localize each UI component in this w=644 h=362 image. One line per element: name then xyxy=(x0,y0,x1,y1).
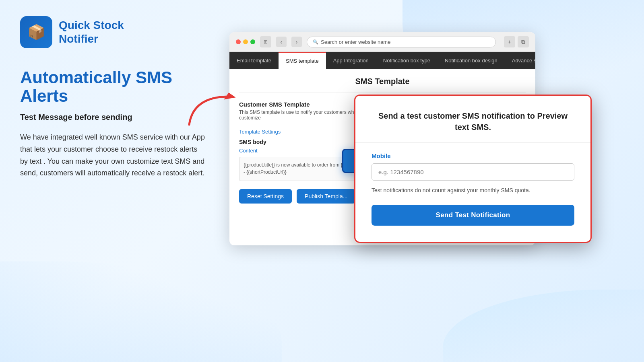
address-text: Search or enter website name xyxy=(321,39,390,45)
add-tab-btn[interactable]: + xyxy=(504,36,515,47)
modal-divider xyxy=(355,142,590,143)
left-panel: Quick Stock Notifier Automatically SMS A… xyxy=(0,0,225,362)
tab-app-integration[interactable]: App Integration xyxy=(326,52,376,69)
page-title: SMS Template xyxy=(239,77,526,93)
modal-container: Send a test customer SMS notification to… xyxy=(354,95,592,243)
svg-marker-0 xyxy=(223,92,235,100)
address-bar[interactable]: 🔍 Search or enter website name xyxy=(307,37,496,47)
logo-text: Quick Stock Notifier xyxy=(59,19,124,45)
main-heading: Automatically SMS Alerts xyxy=(20,68,205,105)
tab-notification-box-design[interactable]: Notification box design xyxy=(438,52,505,69)
app-name-line2: Notifier xyxy=(59,32,124,46)
publish-template-button[interactable]: Publish Templa... xyxy=(297,189,355,204)
dot-maximize[interactable] xyxy=(250,39,255,44)
browser-actions: + ⧉ xyxy=(504,36,529,47)
dot-minimize[interactable] xyxy=(243,39,248,44)
right-panel: ⊞ ‹ › 🔍 Search or enter website name + ⧉… xyxy=(229,32,636,338)
app-name-line1: Quick Stock xyxy=(59,19,124,32)
modal-note: Test notifications do not count against … xyxy=(372,187,574,193)
browser-chrome: ⊞ ‹ › 🔍 Search or enter website name + ⧉ xyxy=(229,32,535,52)
description-text: We have integrated well known SMS servic… xyxy=(20,132,205,179)
modal-title: Send a test customer SMS notification to… xyxy=(372,110,574,133)
tab-notification-box-type[interactable]: Notification box type xyxy=(376,52,438,69)
mobile-input[interactable] xyxy=(372,163,574,181)
app-nav: Email template SMS template App Integrat… xyxy=(229,52,535,69)
search-icon: 🔍 xyxy=(313,39,318,45)
dot-close[interactable] xyxy=(236,39,241,44)
back-btn[interactable]: ‹ xyxy=(276,37,287,47)
tab-sms-template[interactable]: SMS template xyxy=(279,52,326,69)
arrow-left-to-browser xyxy=(185,88,237,133)
send-test-notification-button[interactable]: Send Test Notification xyxy=(372,205,574,226)
forward-btn[interactable]: › xyxy=(291,37,302,47)
copy-btn[interactable]: ⧉ xyxy=(518,36,529,47)
browser-dots xyxy=(236,39,255,44)
mobile-label: Mobile xyxy=(372,152,574,159)
sub-heading: Test Message before sending xyxy=(20,113,205,122)
window-icon: ⊞ xyxy=(260,36,271,47)
tab-email-template[interactable]: Email template xyxy=(229,52,279,69)
logo-area: Quick Stock Notifier xyxy=(20,16,205,48)
reset-settings-button[interactable]: Reset Settings xyxy=(239,189,292,204)
tab-advance-setting[interactable]: Advance setting xyxy=(505,52,535,69)
app-logo-icon xyxy=(20,16,52,48)
